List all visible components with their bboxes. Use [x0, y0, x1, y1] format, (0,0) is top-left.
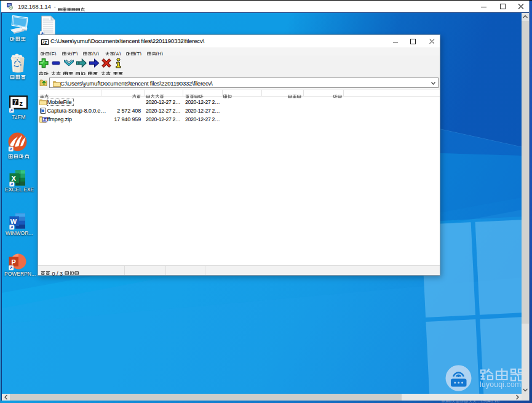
svg-text:z: z — [20, 100, 23, 107]
svg-text:luyouqi.com: luyouqi.com — [480, 380, 521, 389]
svg-text:7z: 7z — [42, 40, 47, 44]
svg-text:W: W — [10, 218, 17, 225]
svg-text:7: 7 — [14, 99, 17, 106]
svg-text:P: P — [12, 258, 16, 266]
svg-text:X: X — [12, 175, 17, 182]
